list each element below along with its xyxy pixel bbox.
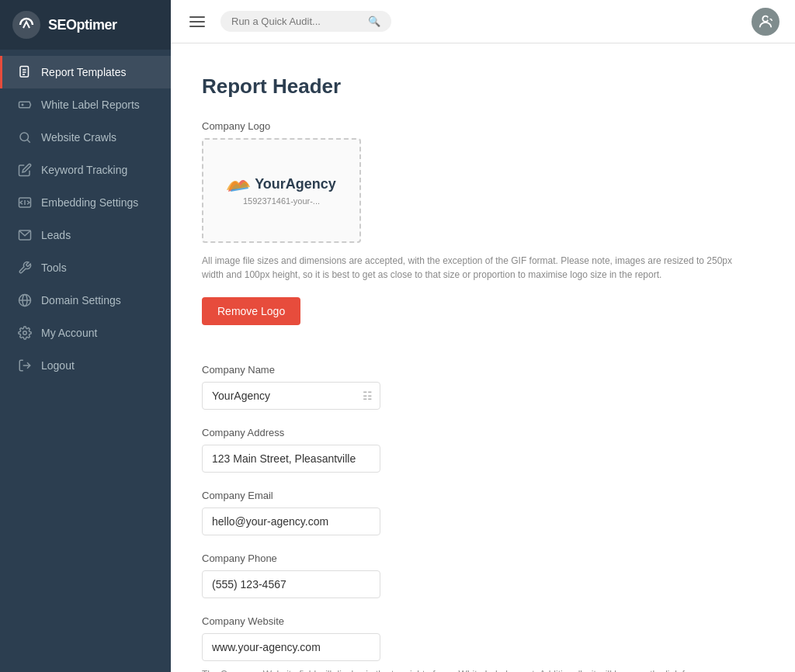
sidebar-label-website-crawls: Website Crawls bbox=[41, 131, 116, 144]
text-format-icon: ☷ bbox=[363, 390, 373, 402]
company-website-input[interactable] bbox=[202, 633, 380, 661]
logout-icon bbox=[18, 359, 32, 372]
search-icon: 🔍 bbox=[368, 16, 380, 27]
sidebar-label-white-label-reports: White Label Reports bbox=[41, 99, 140, 111]
logo-filename: 1592371461-your-... bbox=[243, 196, 320, 206]
sidebar-item-logout[interactable]: Logout bbox=[0, 349, 171, 382]
company-phone-input[interactable] bbox=[202, 570, 380, 598]
search-input[interactable] bbox=[231, 16, 362, 27]
svg-point-16 bbox=[762, 16, 768, 21]
sidebar-label-logout: Logout bbox=[41, 359, 75, 372]
seoptimer-logo-icon bbox=[12, 11, 40, 39]
gear-icon bbox=[18, 326, 32, 340]
svg-point-5 bbox=[22, 104, 23, 106]
hamburger-menu[interactable] bbox=[186, 13, 208, 30]
mail-icon bbox=[18, 228, 32, 242]
company-address-section: Company Address bbox=[202, 427, 756, 473]
company-phone-label: Company Phone bbox=[202, 552, 756, 564]
tag-icon bbox=[18, 98, 32, 112]
company-name-section: Company Name ☷ bbox=[202, 364, 756, 410]
sidebar-item-leads[interactable]: Leads bbox=[0, 219, 171, 251]
agency-logo-graphic bbox=[227, 176, 250, 193]
sidebar-label-keyword-tracking: Keyword Tracking bbox=[41, 164, 127, 176]
sidebar-item-keyword-tracking[interactable]: Keyword Tracking bbox=[0, 154, 171, 186]
sidebar-logo: SEOptimer bbox=[0, 0, 171, 50]
company-name-input[interactable] bbox=[202, 382, 380, 410]
sidebar-item-report-templates[interactable]: Report Templates bbox=[0, 56, 171, 88]
svg-point-14 bbox=[23, 331, 27, 335]
logo-upload-box[interactable]: YourAgency 1592371461-your-... bbox=[202, 138, 361, 243]
sidebar: SEOptimer Report Templates White Label R… bbox=[0, 0, 171, 672]
agency-name-preview: YourAgency bbox=[255, 176, 336, 192]
website-hint-text: The Company Website field will display i… bbox=[202, 667, 756, 672]
svg-point-6 bbox=[20, 133, 29, 141]
company-logo-label: Company Logo bbox=[202, 120, 756, 132]
remove-logo-button[interactable]: Remove Logo bbox=[202, 297, 300, 325]
sidebar-label-my-account: My Account bbox=[41, 327, 97, 339]
sidebar-item-white-label-reports[interactable]: White Label Reports bbox=[0, 88, 171, 121]
company-address-label: Company Address bbox=[202, 427, 756, 438]
sidebar-label-tools: Tools bbox=[41, 262, 67, 274]
company-logo-section: Company Logo YourAgency 1592371461-your-… bbox=[202, 120, 756, 347]
quick-audit-search[interactable]: 🔍 bbox=[220, 11, 391, 32]
logo-image: YourAgency bbox=[227, 176, 336, 193]
brand-name: SEOptimer bbox=[48, 17, 117, 33]
svg-line-7 bbox=[27, 140, 30, 143]
sidebar-item-domain-settings[interactable]: Domain Settings bbox=[0, 284, 171, 317]
svg-point-0 bbox=[12, 11, 40, 39]
embed-icon bbox=[18, 196, 32, 210]
globe-icon bbox=[18, 293, 32, 307]
file-icon bbox=[18, 65, 32, 79]
topbar-right bbox=[752, 8, 779, 36]
sidebar-item-tools[interactable]: Tools bbox=[0, 251, 171, 284]
company-email-input[interactable] bbox=[202, 507, 380, 535]
sidebar-label-report-templates: Report Templates bbox=[41, 66, 126, 78]
wrench-icon bbox=[18, 261, 32, 275]
content-area: Report Header Company Logo YourAgency bbox=[171, 43, 795, 672]
search-circle-icon bbox=[18, 130, 32, 144]
topbar-left: 🔍 bbox=[186, 11, 391, 32]
main-area: 🔍 Report Header Company Logo bbox=[171, 0, 795, 672]
logo-preview: YourAgency 1592371461-your-... bbox=[227, 176, 336, 206]
topbar: 🔍 bbox=[171, 0, 795, 43]
pencil-icon bbox=[18, 163, 32, 177]
company-name-input-wrapper: ☷ bbox=[202, 382, 380, 410]
sidebar-label-domain-settings: Domain Settings bbox=[41, 294, 121, 307]
sidebar-item-embedding-settings[interactable]: Embedding Settings bbox=[0, 186, 171, 219]
company-phone-section: Company Phone bbox=[202, 552, 756, 598]
company-name-label: Company Name bbox=[202, 364, 756, 376]
sidebar-label-leads: Leads bbox=[41, 229, 71, 241]
page-title: Report Header bbox=[202, 74, 756, 99]
company-email-label: Company Email bbox=[202, 490, 756, 501]
sidebar-label-embedding-settings: Embedding Settings bbox=[41, 196, 138, 209]
company-address-input[interactable] bbox=[202, 445, 380, 473]
company-website-label: Company Website bbox=[202, 615, 756, 627]
logo-hint-text: All image file sizes and dimensions are … bbox=[202, 254, 756, 282]
sidebar-item-my-account[interactable]: My Account bbox=[0, 317, 171, 349]
company-email-section: Company Email bbox=[202, 490, 756, 535]
user-avatar[interactable] bbox=[752, 8, 779, 36]
sidebar-item-website-crawls[interactable]: Website Crawls bbox=[0, 121, 171, 154]
company-website-section: Company Website The Company Website fiel… bbox=[202, 615, 756, 672]
sidebar-nav: Report Templates White Label Reports Web… bbox=[0, 50, 171, 672]
